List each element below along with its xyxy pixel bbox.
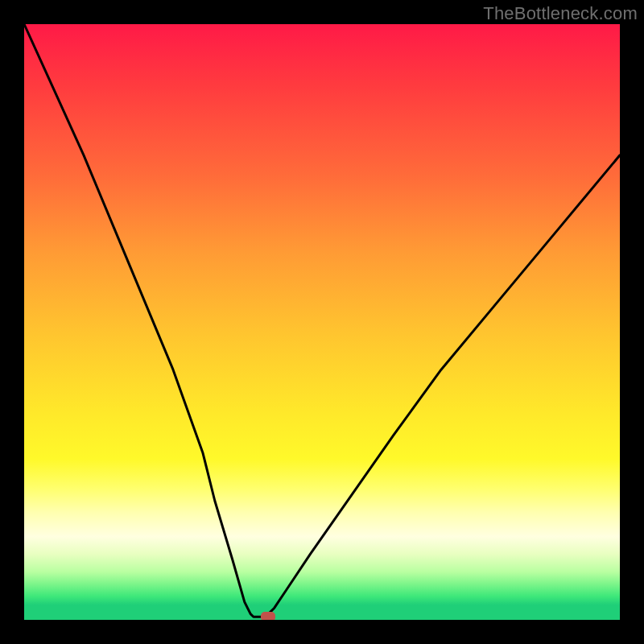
bottleneck-curve-path	[24, 24, 620, 617]
curve-svg	[24, 24, 620, 620]
plot-area	[24, 24, 620, 620]
watermark-text: TheBottleneck.com	[483, 3, 638, 24]
optimal-marker	[261, 612, 275, 620]
chart-frame: TheBottleneck.com	[0, 0, 644, 644]
